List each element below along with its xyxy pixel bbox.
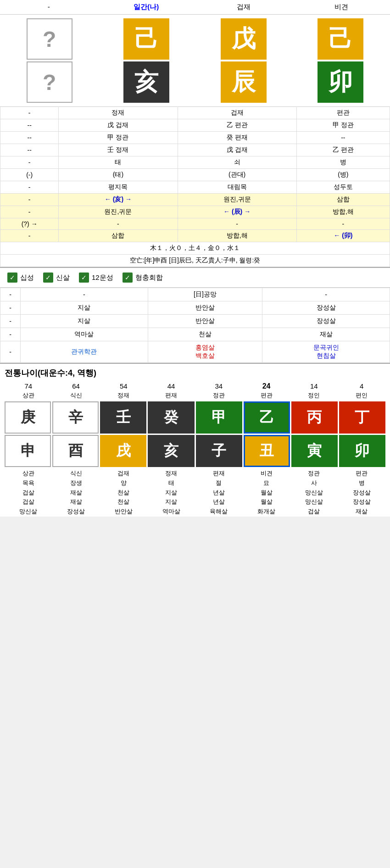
age-sibo-row: 상관식신정재편재정관편관정인편인 [5, 391, 385, 400]
info-cell: 甲 정관 [296, 119, 390, 132]
info-cell: (태) [59, 169, 178, 181]
sibo-label: 편재 [147, 391, 195, 400]
main-container: - 일간(나) 겁재 비견 ? ? 己 亥 戊 辰 己 卯 -정재겁재편관--戊… [0, 0, 390, 517]
checkbox-sipsong[interactable]: ✓ 십성 [7, 273, 34, 283]
info-cell: 대림목 [178, 181, 296, 194]
sal-cell: - [0, 341, 21, 363]
age-bottom-label-col: 식신장생재살재살장성살 [52, 469, 100, 517]
header-col-1: - [0, 3, 98, 11]
tile-col-4: 己 卯 [293, 18, 389, 103]
age-bottom-label: 재살 [356, 507, 368, 517]
age-bottom-label: 겁재 [117, 469, 129, 479]
age-bottom-label: 병 [359, 479, 365, 488]
sibo-label: 상관 [5, 391, 52, 400]
age-number: 24 [243, 382, 290, 390]
big-tile-bottom: 卯 [339, 435, 385, 467]
sibo-label: 정재 [100, 391, 148, 400]
tile-bottom-4: 卯 [318, 61, 363, 103]
age-bottom-label: 역마살 [162, 507, 180, 517]
age-bottom-label: 목욕 [22, 479, 34, 488]
info-cell: ← (辰) → [178, 206, 296, 218]
info-cell: 성두토 [296, 181, 390, 194]
info-cell: (-) [0, 169, 59, 181]
sibo-label: 정관 [195, 391, 243, 400]
age-bottom-label-col: 정관사망신살망신살겁살 [290, 469, 338, 517]
info-cell: 戊 겁재 [59, 119, 178, 132]
info-cell: -- [0, 119, 59, 132]
age-bottom-label: 망신살 [305, 497, 323, 507]
age-bottom-label: 육해살 [210, 507, 228, 517]
header-col-3: 겁재 [195, 3, 293, 11]
check-icon-4: ✓ [123, 273, 133, 283]
info-cell: - [0, 107, 59, 119]
age-bottom-label: 겁살 [22, 488, 34, 498]
info-cell: - [0, 230, 59, 242]
sibo-label: 편관 [243, 391, 290, 400]
big-tile-top: 丙 [291, 401, 338, 434]
info-cell: 방합,해 [296, 206, 390, 218]
age-bottom-label-col: 겁재양천살천살반안살 [100, 469, 148, 517]
age-section: 전통나이(대운수:4, 역행) 746454443424144 상관식신정재편재… [0, 363, 390, 517]
checkbox-sinsal[interactable]: ✓ 신살 [43, 273, 70, 283]
age-bottom-label-col: 편관병장성살장성살재살 [338, 469, 385, 517]
check-icon-3: ✓ [79, 273, 89, 283]
info-cell: ← (卯) [296, 230, 390, 242]
info-cell: 편관 [296, 107, 390, 119]
age-bottom-label: 묘 [263, 479, 269, 488]
age-number: 74 [5, 382, 52, 390]
sal-cell: 지살 [21, 301, 148, 315]
age-bottom-label: 화개살 [257, 507, 275, 517]
tile-top-1: ? [27, 18, 72, 60]
sal-cell: 지살 [21, 315, 148, 328]
age-title: 전통나이(대운수:4, 역행) [5, 367, 385, 378]
info-cell: - [59, 218, 178, 230]
info-cell: 정재 [59, 107, 178, 119]
tile-col-1: ? ? [2, 18, 97, 103]
header-col-4: 비견 [293, 3, 390, 11]
big-tile-bottom: 申 [5, 435, 51, 467]
tile-top-3: 戊 [221, 18, 267, 60]
age-bottom-label: 정재 [165, 469, 177, 479]
age-bottom-label: 편재 [213, 469, 225, 479]
info-cell: (관대) [178, 169, 296, 181]
checkbox-12unsung[interactable]: ✓ 12운성 [79, 273, 113, 283]
age-bottom-label: 장성살 [353, 497, 371, 507]
sal-cell: [日]공망 [148, 288, 262, 301]
big-tile-bottom: 子 [196, 435, 242, 467]
age-bottom-label: 장생 [70, 479, 82, 488]
info-cell: 태 [59, 156, 178, 169]
age-bottom-label: 지살 [165, 488, 177, 498]
age-bottom-label: 년살 [213, 488, 225, 498]
sal-cell: 장성살 [262, 301, 390, 315]
checkbox-label-2: 신살 [56, 273, 70, 282]
age-bottom-label: 재살 [70, 488, 82, 498]
sal-cell: 관귀학관 [21, 341, 148, 363]
age-number: 34 [195, 382, 243, 390]
big-tile-top: 庚 [5, 401, 51, 434]
info-cell: - [0, 181, 59, 194]
big-tile-top: 丁 [339, 401, 385, 434]
tiles-row: ? ? 己 亥 戊 辰 己 卯 [0, 15, 390, 106]
header-row: - 일간(나) 겁재 비견 [0, 0, 390, 15]
info-cell: 겁재 [178, 107, 296, 119]
age-bottom-label: 겁살 [308, 507, 320, 517]
big-tiles-row: 庚辛壬癸甲乙丙丁 [5, 401, 385, 434]
tile-top-2: 己 [123, 18, 169, 60]
age-bottom-label: 재살 [70, 497, 82, 507]
info-cell: 癸 편재 [178, 132, 296, 144]
tile-top-4: 己 [318, 18, 363, 60]
sal-cell: - [0, 328, 21, 341]
sibo-label: 편인 [338, 391, 385, 400]
checkbox-hyeong[interactable]: ✓ 형충회합 [123, 273, 163, 283]
info-cell: 삼합 [59, 230, 178, 242]
info-cell: 戊 겁재 [178, 144, 296, 156]
checkbox-row: ✓ 십성 ✓ 신살 ✓ 12운성 ✓ 형충회합 [0, 267, 390, 288]
info-cell: 삼합 [296, 194, 390, 206]
tile-col-3: 戊 辰 [196, 18, 291, 103]
age-number: 54 [100, 382, 148, 390]
big-tile-bottom: 酉 [52, 435, 99, 467]
sal-cell: 반안살 [148, 315, 262, 328]
check-icon-2: ✓ [43, 273, 53, 283]
info-cell: - [0, 194, 59, 206]
info-cell: 원진,귀문 [178, 194, 296, 206]
